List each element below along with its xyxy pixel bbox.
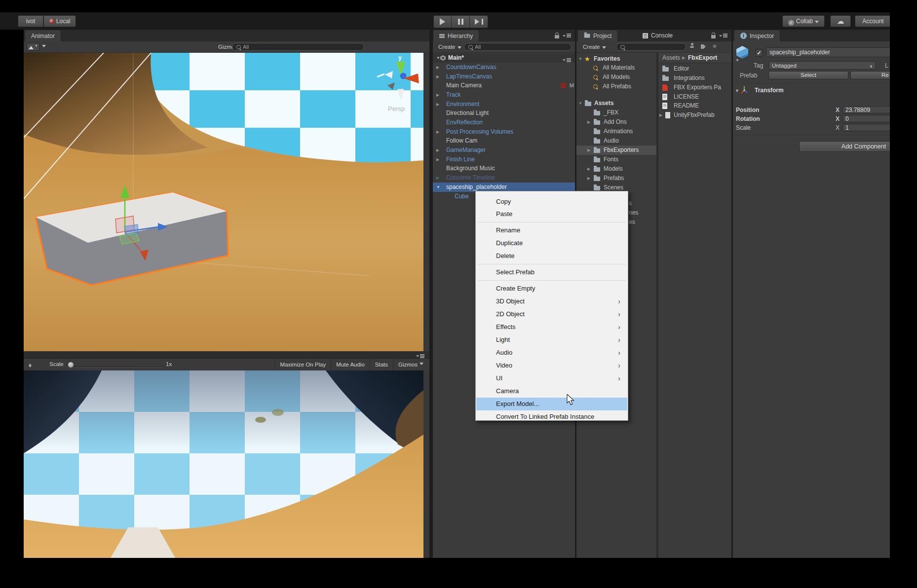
active-checkbox[interactable]: ✓ <box>755 49 763 57</box>
shading-dropdown-button[interactable] <box>40 43 47 51</box>
foldout-icon[interactable]: ▶ <box>436 72 439 81</box>
favorite-item[interactable]: All Materials <box>576 63 656 73</box>
folder-row[interactable]: ▶Models <box>576 164 656 174</box>
foldout-icon[interactable]: ▶ <box>587 117 590 127</box>
hierarchy-item[interactable]: Main CameraM <box>433 81 575 90</box>
game-gizmos-dropdown[interactable]: Gizmos <box>393 359 428 370</box>
foldout-open-icon[interactable]: ▼ <box>436 183 440 192</box>
tab-project[interactable]: Project <box>577 30 618 41</box>
folder-row-selected[interactable]: ▶FbxExporters <box>576 146 656 155</box>
folder-row[interactable]: ▶Add Ons <box>576 117 656 127</box>
hierarchy-search-input[interactable]: All <box>464 43 572 51</box>
foldout-open-icon[interactable]: ▼ <box>578 54 582 64</box>
tab-inspector[interactable]: i Inspector <box>734 30 780 41</box>
aspect-dropdown-icon[interactable] <box>29 362 32 367</box>
foldout-icon[interactable]: ▶ <box>587 164 590 174</box>
hierarchy-item[interactable]: ▶CountdownCanvas <box>433 63 575 72</box>
collab-button[interactable]: ✓Collab <box>782 15 825 27</box>
menu-item-camera[interactable]: Camera <box>476 385 627 398</box>
folder-row[interactable]: Animations <box>576 127 656 136</box>
hierarchy-item[interactable]: EnvReflection <box>433 118 575 127</box>
menu-item-effects[interactable]: Effects› <box>476 321 627 333</box>
asset-row[interactable]: LICENSE <box>658 92 731 102</box>
transform-title[interactable]: Transform <box>755 87 784 94</box>
prefab-select-button[interactable]: Select <box>768 71 848 79</box>
breadcrumb-root[interactable]: Assets <box>662 53 680 63</box>
menu-item-2d-object[interactable]: 2D Object› <box>476 308 627 321</box>
menu-item-select-prefab[interactable]: Select Prefab <box>476 266 627 279</box>
foldout-icon[interactable]: ▶ <box>436 100 439 109</box>
project-search-input[interactable] <box>616 43 686 51</box>
asset-row[interactable]: README <box>658 101 731 110</box>
asset-row[interactable]: ▶UnityFbxPrefab <box>658 110 731 120</box>
hierarchy-item[interactable]: ▶Environment <box>433 100 575 109</box>
search-by-type-icon[interactable] <box>690 46 694 48</box>
menu-item-light[interactable]: Light› <box>476 333 627 346</box>
search-favorites-icon[interactable]: ★ <box>712 43 718 49</box>
menu-item-copy[interactable]: Copy <box>476 195 627 208</box>
menu-item-paste[interactable]: Paste <box>476 208 627 220</box>
tab-animator[interactable]: Animator <box>25 30 61 41</box>
hierarchy-item[interactable]: ▶Track <box>433 90 575 100</box>
foldout-icon[interactable]: ▶ <box>436 90 439 100</box>
stats-button[interactable]: Stats <box>370 359 393 370</box>
pause-button[interactable] <box>452 15 470 28</box>
favorite-item[interactable]: All Models <box>576 73 656 82</box>
lock-icon[interactable] <box>555 35 559 38</box>
hierarchy-item[interactable]: ▶Post Processing Volumes <box>433 127 575 137</box>
foldout-open-icon[interactable]: ▼ <box>436 53 440 63</box>
tab-hierarchy[interactable]: Hierarchy <box>433 30 479 41</box>
scene-search-input[interactable]: All <box>232 43 364 51</box>
play-button[interactable] <box>433 15 452 28</box>
foldout-icon[interactable]: ▶ <box>659 110 662 120</box>
hierarchy-item[interactable]: ▶GameManager <box>433 146 575 155</box>
menu-item-export-model[interactable]: Export Model... <box>476 398 627 410</box>
hierarchy-create-button[interactable]: Create <box>435 43 464 51</box>
folder-row[interactable]: Fonts <box>576 155 656 164</box>
foldout-icon[interactable]: ▶ <box>436 146 439 155</box>
menu-item-3d-object[interactable]: 3D Object› <box>476 295 627 308</box>
hierarchy-item[interactable]: Directional Light <box>433 109 575 118</box>
foldout-icon[interactable]: ▶ <box>436 63 439 72</box>
folder-row[interactable]: ▶Prefabs <box>576 174 656 183</box>
hierarchy-item[interactable]: ▶LapTimesCanvas <box>433 72 575 81</box>
lock-icon[interactable] <box>711 35 716 38</box>
maximize-on-play-button[interactable]: Maximize On Play <box>275 359 331 370</box>
account-button[interactable]: Account <box>855 15 891 27</box>
folder-row[interactable]: ▼Assets <box>576 99 656 108</box>
pivot-toggle-button[interactable]: ivot <box>18 15 43 27</box>
persp-label[interactable]: Persp <box>388 105 405 112</box>
step-button[interactable] <box>470 15 488 28</box>
hierarchy-item[interactable]: Follow Cam <box>433 136 575 146</box>
favorites-header[interactable]: ▼ ★ Favorites <box>576 54 656 64</box>
tag-dropdown[interactable]: Untagged <box>768 61 876 70</box>
panel-menu-icon[interactable] <box>719 33 727 38</box>
menu-item-convert-linked-prefab[interactable]: Convert To Linked Prefab Instance <box>476 410 627 423</box>
asset-row[interactable]: FBX Exporters Pa <box>658 83 731 92</box>
foldout-icon[interactable]: ▶ <box>436 173 439 183</box>
foldout-icon[interactable]: ▶ <box>436 127 439 137</box>
breadcrumb-current[interactable]: FbxExport <box>688 53 717 63</box>
cloud-services-button[interactable]: ☁ <box>830 15 851 27</box>
asset-row[interactable]: Editor <box>658 64 731 74</box>
search-by-label-icon[interactable] <box>701 44 706 49</box>
favorite-item[interactable]: All Prefabs <box>576 82 656 91</box>
game-viewport[interactable] <box>24 370 423 558</box>
scene-viewport[interactable]: y Persp <box>24 53 423 351</box>
mute-audio-button[interactable]: Mute Audio <box>331 359 370 370</box>
asset-row[interactable]: Integrations <box>658 74 731 83</box>
tab-console[interactable]: Console <box>637 30 679 41</box>
menu-item-duplicate[interactable]: Duplicate <box>476 237 627 250</box>
panel-menu-icon[interactable] <box>563 33 571 38</box>
foldout-open-icon[interactable]: ▼ <box>735 88 739 93</box>
folder-row[interactable]: Audio <box>576 136 656 146</box>
scene-header-row[interactable]: ▼ Main* <box>433 53 575 63</box>
menu-item-video[interactable]: Video› <box>476 359 627 372</box>
menu-item-rename[interactable]: Rename <box>476 224 627 237</box>
menu-item-audio[interactable]: Audio› <box>476 346 627 359</box>
scene-menu-icon[interactable] <box>563 57 571 63</box>
foldout-icon[interactable]: ▶ <box>436 155 439 164</box>
folder-row[interactable]: _FBX <box>576 108 656 117</box>
hierarchy-item[interactable]: ▶Finish Line <box>433 155 575 164</box>
menu-item-ui[interactable]: UI› <box>476 372 627 385</box>
